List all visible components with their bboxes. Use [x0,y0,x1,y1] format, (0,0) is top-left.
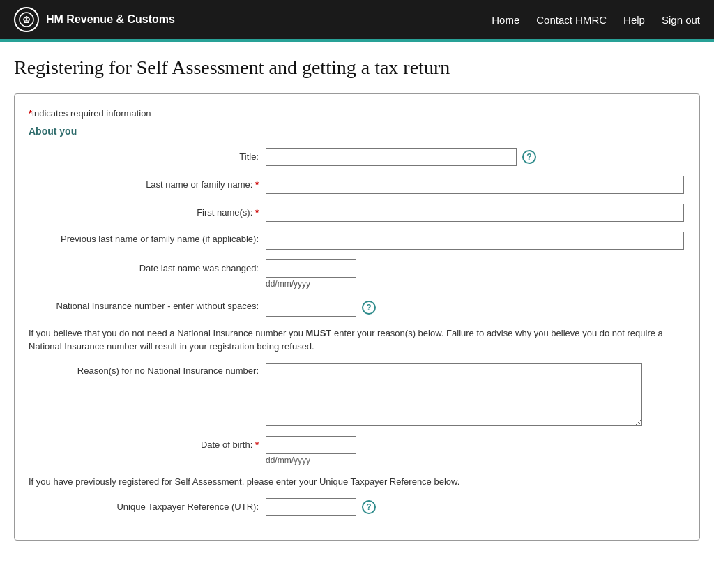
ni-number-field-row: ? [266,299,685,317]
title-row: Title: ? [29,148,685,166]
last-name-required: * [255,179,259,190]
svg-text:♔: ♔ [22,15,31,25]
utr-row: Unique Taxpayer Reference (UTR): ? [29,498,685,516]
prev-last-name-row: Previous last name or family name (if ap… [29,232,685,250]
ni-number-input[interactable] [266,299,356,317]
dob-field: dd/mm/yyyy [266,436,685,465]
required-info-text: indicates required information [32,108,151,119]
ni-number-label: National Insurance number - enter withou… [29,299,266,312]
reasons-row: Reason(s) for no National Insurance numb… [29,363,685,426]
ni-info-paragraph: If you believe that you do not need a Na… [29,326,685,354]
utr-field: ? [266,498,685,516]
required-info: *indicates required information [29,108,685,119]
date-hint: dd/mm/yyyy [266,279,685,289]
crown-icon: ♔ [14,7,39,32]
prev-last-name-field [266,232,685,250]
last-name-label-text: Last name or family name: [146,179,252,190]
ni-number-row: National Insurance number - enter withou… [29,299,685,317]
nav-home[interactable]: Home [492,14,519,26]
reasons-field [266,363,685,426]
last-name-label: Last name or family name: * [29,176,266,191]
ni-help-icon[interactable]: ? [362,301,376,315]
form-container: *indicates required information About yo… [14,93,700,541]
section-heading: About you [29,126,685,137]
first-name-label-text: First name(s): [197,207,252,218]
title-help-icon[interactable]: ? [522,150,536,164]
date-changed-input[interactable] [266,259,356,278]
utr-field-row: ? [266,498,685,516]
date-changed-label: Date last name was changed: [29,259,266,275]
logo-text: HM Revenue & Customs [46,13,175,26]
reasons-textarea[interactable] [266,363,642,426]
ni-info-bold: MUST [305,328,331,338]
last-name-field [266,176,685,194]
first-name-required: * [255,207,259,218]
dob-row: Date of birth: * dd/mm/yyyy [29,436,685,465]
utr-info-paragraph: If you have previously registered for Se… [29,475,685,489]
dob-label-text: Date of birth: [201,439,252,450]
date-changed-field: dd/mm/yyyy [266,259,685,289]
title-label: Title: [29,148,266,163]
ni-number-field: ? [266,299,685,317]
nav-sign-out[interactable]: Sign out [662,14,700,26]
utr-help-icon[interactable]: ? [362,500,376,514]
utr-input[interactable] [266,498,356,516]
date-changed-row: Date last name was changed: dd/mm/yyyy [29,259,685,289]
first-name-input[interactable] [266,204,684,222]
prev-last-name-label: Previous last name or family name (if ap… [29,232,266,246]
nav-contact[interactable]: Contact HMRC [536,14,607,26]
first-name-row: First name(s): * [29,204,685,222]
header: ♔ HM Revenue & Customs Home Contact HMRC… [0,0,714,42]
title-field-row: ? [266,148,685,166]
title-input[interactable] [266,148,517,166]
dob-input[interactable] [266,436,356,454]
title-field: ? [266,148,685,166]
last-name-input[interactable] [266,176,684,194]
reasons-label: Reason(s) for no National Insurance numb… [29,363,266,377]
ni-info-text: If you believe that you do not need a Na… [29,328,305,338]
nav-help[interactable]: Help [623,14,645,26]
dob-hint: dd/mm/yyyy [266,455,685,465]
first-name-label: First name(s): * [29,204,266,219]
dob-required: * [255,439,259,450]
prev-last-name-input[interactable] [266,232,684,250]
page-title: Registering for Self Assessment and gett… [14,56,700,80]
main-nav: Home Contact HMRC Help Sign out [492,14,700,26]
last-name-row: Last name or family name: * [29,176,685,194]
first-name-field [266,204,685,222]
logo: ♔ HM Revenue & Customs [14,7,175,32]
utr-label: Unique Taxpayer Reference (UTR): [29,498,266,513]
main-content: Registering for Self Assessment and gett… [0,42,714,561]
dob-label: Date of birth: * [29,436,266,451]
